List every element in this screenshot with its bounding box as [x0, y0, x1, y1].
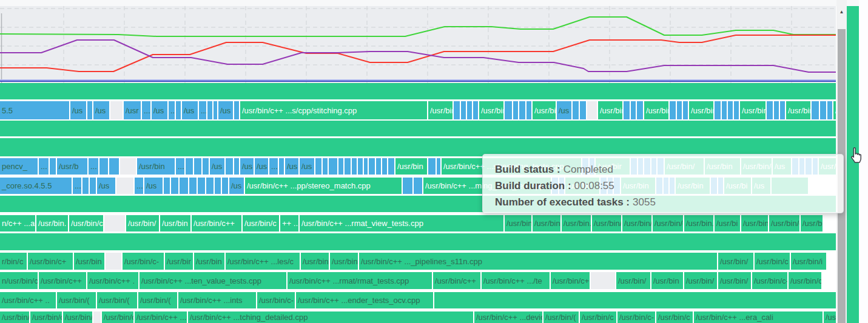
- task-block[interactable]: /usr/bir: [598, 101, 622, 119]
- task-block[interactable]: [812, 101, 819, 119]
- task-block[interactable]: /usr/bir: [533, 101, 556, 119]
- task-block[interactable]: /usr/bin/c+: [28, 253, 73, 270]
- task-block[interactable]: /us: [285, 158, 298, 175]
- task-block[interactable]: [345, 158, 351, 175]
- task-block[interactable]: [434, 292, 836, 308]
- task-block[interactable]: [180, 178, 188, 194]
- task-block[interactable]: ...: [135, 178, 143, 194]
- task-block[interactable]: /usr/bir: [165, 253, 193, 270]
- task-block[interactable]: [382, 158, 387, 175]
- task-block[interactable]: [206, 178, 214, 194]
- task-block[interactable]: [198, 178, 205, 194]
- task-block[interactable]: /usr/bin/c: [63, 311, 92, 323]
- task-block[interactable]: /usr/bin/c++ ...rmat_view_tests.cpp: [300, 215, 503, 231]
- task-block[interactable]: /usr/bin/c: [656, 311, 693, 323]
- task-block[interactable]: [774, 101, 779, 119]
- task-block[interactable]: /us: [144, 178, 163, 194]
- task-block[interactable]: /usr/bin.: [562, 215, 591, 231]
- task-block[interactable]: [364, 158, 368, 175]
- task-block[interactable]: /usr/bin: [74, 253, 104, 270]
- task-block[interactable]: /usr/bin/c++ .../te: [482, 272, 550, 289]
- task-block[interactable]: /usr/bin: [160, 215, 190, 231]
- task-block[interactable]: [164, 178, 170, 194]
- task-block[interactable]: /us: [557, 101, 571, 119]
- task-block[interactable]: /usr/bin/c-: [257, 292, 295, 308]
- task-block[interactable]: ...: [39, 158, 49, 175]
- task-block[interactable]: /usr/bin/: [684, 272, 717, 289]
- task-block[interactable]: [461, 101, 466, 119]
- task-block[interactable]: /usr/bin/c: [69, 215, 103, 231]
- task-block[interactable]: /usr/bin/c-: [123, 253, 164, 270]
- task-block[interactable]: ...: [176, 158, 184, 175]
- task-block[interactable]: /usr/b: [57, 158, 87, 175]
- task-block[interactable]: [369, 158, 375, 175]
- task-block[interactable]: [715, 101, 721, 119]
- task-block[interactable]: /usr/bin: [330, 253, 358, 270]
- task-block[interactable]: /us: [218, 101, 233, 119]
- task-block[interactable]: /us: [255, 158, 268, 175]
- task-block[interactable]: [215, 178, 221, 194]
- task-block[interactable]: /usr/bin/c++ ...les/c: [226, 253, 300, 270]
- task-block[interactable]: [677, 101, 682, 119]
- task-block[interactable]: [728, 101, 733, 119]
- task-block[interactable]: r/bin/c: [0, 253, 27, 270]
- task-block[interactable]: /usr/bin/c++ ...era_cali: [694, 311, 823, 323]
- task-block[interactable]: /usr/bin: [194, 253, 224, 270]
- task-block[interactable]: [631, 101, 636, 119]
- task-block[interactable]: /us: [229, 178, 244, 194]
- task-block[interactable]: [722, 101, 727, 119]
- task-block[interactable]: /usr/bin/c++ ...ender_tests_ocv.cpp: [296, 292, 433, 308]
- task-block[interactable]: /usr/bin/: [718, 253, 753, 270]
- task-block[interactable]: [505, 101, 512, 119]
- task-block[interactable]: /usr/bin/: [126, 215, 159, 231]
- task-block[interactable]: [352, 158, 357, 175]
- task-block[interactable]: [315, 158, 321, 175]
- task-block[interactable]: [279, 158, 284, 175]
- task-block[interactable]: /usr/bin/c++: [39, 272, 86, 289]
- task-block[interactable]: /usr/bin/c++ ...tching_detailed.cpp: [188, 311, 473, 323]
- task-block[interactable]: /usr/bin/c+: [102, 311, 133, 323]
- task-block[interactable]: [176, 101, 181, 119]
- task-block[interactable]: /us: [300, 158, 314, 175]
- task-block[interactable]: /usr/bin/c++ .: [87, 272, 138, 289]
- task-block[interactable]: [186, 158, 193, 175]
- task-block[interactable]: /us: [210, 158, 224, 175]
- task-block[interactable]: [780, 101, 785, 119]
- task-block[interactable]: /usr/bin: [786, 101, 810, 119]
- task-block[interactable]: [203, 158, 209, 175]
- task-block[interactable]: /usr/bin/(: [543, 311, 579, 323]
- task-block[interactable]: [670, 101, 676, 119]
- task-block[interactable]: pencv_: [0, 158, 38, 175]
- task-block[interactable]: n/c++ ...al_: [0, 215, 35, 231]
- task-block[interactable]: /usr/bin/c++ ...s/cpp/stitching.cpp: [240, 101, 427, 119]
- task-block[interactable]: /usr/bin: [137, 158, 175, 175]
- task-block[interactable]: /usr/b: [801, 215, 823, 231]
- task-block[interactable]: /usr/bin/c-: [30, 311, 62, 323]
- task-block[interactable]: /usr/bin/c: [0, 311, 29, 323]
- task-block[interactable]: /usr/bin/: [622, 215, 651, 231]
- task-block[interactable]: /usr/bin/c++: [192, 215, 241, 231]
- task-block[interactable]: [214, 101, 217, 119]
- task-block[interactable]: /us: [240, 158, 254, 175]
- task-block[interactable]: /us: [152, 101, 167, 119]
- task-block[interactable]: [323, 158, 328, 175]
- task-block[interactable]: [519, 101, 525, 119]
- task-block[interactable]: /us: [182, 101, 198, 119]
- task-block[interactable]: /usr/bin: [505, 215, 531, 231]
- task-block[interactable]: [573, 101, 579, 119]
- task-block[interactable]: [99, 158, 108, 175]
- task-block[interactable]: /usr/bir: [428, 101, 453, 119]
- task-block[interactable]: /usr: [124, 101, 141, 119]
- task-block[interactable]: [527, 101, 531, 119]
- task-block[interactable]: [820, 101, 826, 119]
- task-block[interactable]: /usr/bin.: [833, 101, 836, 119]
- task-block[interactable]: /usr/bin/c: [789, 272, 821, 289]
- task-block[interactable]: /usr/bin/c: [243, 215, 279, 231]
- task-block[interactable]: [376, 158, 381, 175]
- task-block[interactable]: [171, 178, 178, 194]
- task-block[interactable]: /us: [93, 101, 109, 119]
- task-block[interactable]: /usr/bin/c++ ...device_s: [474, 311, 542, 323]
- task-block[interactable]: /usr/bin/c++ ...ints: [178, 292, 256, 308]
- task-block[interactable]: [207, 101, 212, 119]
- task-block[interactable]: [189, 178, 197, 194]
